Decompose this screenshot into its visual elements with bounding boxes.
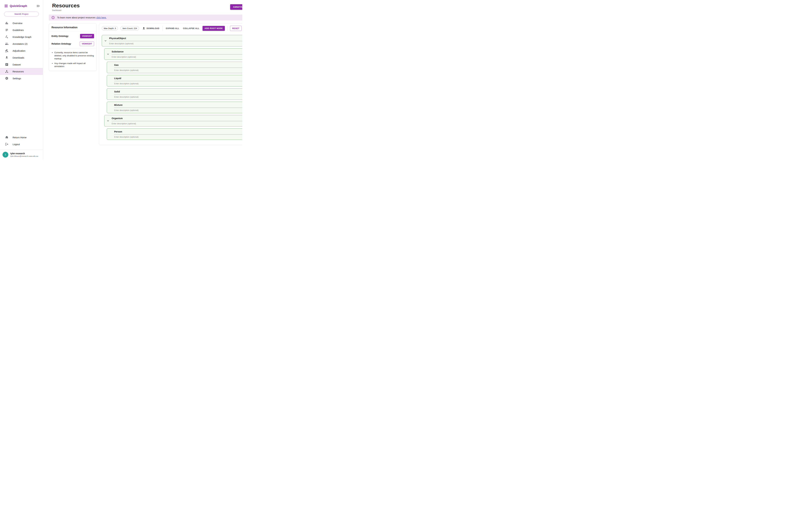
banner-message: To learn more about project resources xyxy=(57,16,96,19)
node-body xyxy=(109,35,242,46)
add-root-node-button[interactable]: ADD ROOT NODE xyxy=(203,26,225,31)
ontology-rows: Entity Ontology VIEW/EDIT Relation Ontol… xyxy=(49,31,97,49)
sidebar-item-resources[interactable]: Resources xyxy=(0,68,43,75)
note-item: Any changes made will impact all annotat… xyxy=(54,62,94,68)
sidebar-collapse-button[interactable] xyxy=(36,4,40,8)
reset-button[interactable]: RESET xyxy=(230,26,242,31)
toolbar-right-group: RESET UPDATE xyxy=(227,26,242,31)
chevron-down-icon xyxy=(106,119,110,123)
node-name-input[interactable] xyxy=(111,50,242,54)
node-name-input[interactable] xyxy=(114,104,242,108)
entity-ontology-row: Entity Ontology VIEW/EDIT xyxy=(51,32,94,40)
tree-toolbar: Max Depth: 3 Item Count: 224 DOWNLOAD EX… xyxy=(102,26,242,31)
tree-node-mixture xyxy=(107,102,242,113)
columns: Resource Information Entity Ontology VIE… xyxy=(49,24,242,145)
info-icon xyxy=(51,16,55,19)
sidebar-item-logout[interactable]: Logout xyxy=(0,141,43,148)
sidebar-nav: OverviewGuidelinesKnowledge GraphAnnotat… xyxy=(0,20,43,82)
node-description-input[interactable] xyxy=(114,95,242,98)
sidebar: QuickGraph MaintIE Project OverviewGuide… xyxy=(0,0,43,160)
relation-ontology-row: Relation Ontology VIEW/EDIT xyxy=(51,40,94,48)
ontology-tree-panel: Max Depth: 3 Item Count: 224 DOWNLOAD EX… xyxy=(99,24,242,145)
node-name-input[interactable] xyxy=(114,63,242,68)
notes-icon xyxy=(5,28,8,32)
node-name-input[interactable] xyxy=(111,117,242,121)
node-description-input[interactable] xyxy=(114,108,242,111)
sidebar-item-label: Annotators (2) xyxy=(12,43,27,45)
node-description-input[interactable] xyxy=(114,68,242,72)
node-description-input[interactable] xyxy=(114,134,242,138)
collapse-all-button[interactable]: COLLAPSE ALL xyxy=(182,26,200,30)
content: To learn more about project resourcescli… xyxy=(43,11,242,149)
node-collapse-button[interactable] xyxy=(106,118,110,123)
node-name-input[interactable] xyxy=(114,130,242,134)
node-gutter xyxy=(104,52,111,56)
sidebar-item-settings[interactable]: Settings xyxy=(0,75,43,82)
chevron-down-icon xyxy=(104,39,107,43)
node-description-input[interactable] xyxy=(114,81,242,85)
sidebar-item-annotators-2[interactable]: Annotators (2) xyxy=(0,40,43,47)
sidebar-item-label: Downloads xyxy=(12,56,24,59)
apps-grid-icon xyxy=(4,4,8,8)
sidebar-item-dataset[interactable]: Dataset xyxy=(0,61,43,68)
relation-ontology-label: Relation Ontology xyxy=(51,43,71,45)
sidebar-header: QuickGraph xyxy=(0,0,43,10)
node-description-input[interactable] xyxy=(109,41,242,45)
sidebar-item-overview[interactable]: Overview xyxy=(0,20,43,27)
info-banner: To learn more about project resourcescli… xyxy=(49,15,242,21)
sidebar-item-label: Knowledge Graph xyxy=(12,36,31,38)
breadcrumb: Dashboard xyxy=(52,9,80,11)
sidebar-item-knowledge-graph[interactable]: Knowledge Graph xyxy=(0,33,43,40)
max-depth-chip: Max Depth: 3 xyxy=(102,26,118,30)
tree-node-person xyxy=(107,128,242,140)
node-gutter xyxy=(104,118,111,123)
project-selector-button[interactable]: MaintIE Project xyxy=(4,11,39,17)
node-gutter xyxy=(102,38,109,43)
node-collapse-button[interactable] xyxy=(103,38,108,43)
node-body xyxy=(114,102,242,113)
ontology-tree xyxy=(102,35,242,140)
entity-ontology-label: Entity Ontology xyxy=(51,35,69,37)
sidebar-item-adjudication[interactable]: Adjudication xyxy=(0,47,43,54)
download-icon xyxy=(142,27,145,30)
sidebar-item-label: Dataset xyxy=(12,63,21,66)
node-description-input[interactable] xyxy=(111,121,242,125)
node-name-input[interactable] xyxy=(114,77,242,81)
page-header: Resources Dashboard ANNOTATE xyxy=(43,0,242,11)
node-name-input[interactable] xyxy=(109,37,242,41)
sidebar-item-guidelines[interactable]: Guidelines xyxy=(0,27,43,33)
entity-ontology-viewedit-button[interactable]: VIEW/EDIT xyxy=(80,34,94,38)
note-item: Currently, resource items cannot be dele… xyxy=(54,51,94,60)
tree-node-liquid xyxy=(107,75,242,86)
sidebar-item-downloads[interactable]: Downloads xyxy=(0,54,43,61)
download-button[interactable]: DOWNLOAD xyxy=(142,26,160,31)
header-actions: ANNOTATE xyxy=(230,4,242,10)
sidebar-item-label: Resources xyxy=(12,70,24,73)
logout-icon xyxy=(5,142,8,146)
tree-node-organism xyxy=(104,115,242,127)
relation-ontology-viewedit-button[interactable]: VIEW/EDIT xyxy=(80,42,94,46)
annotate-button[interactable]: ANNOTATE xyxy=(230,4,242,10)
download-label: DOWNLOAD xyxy=(147,27,159,29)
node-name-input[interactable] xyxy=(114,90,242,95)
node-description-input[interactable] xyxy=(111,54,242,58)
sidebar-item-label: Return Home xyxy=(12,136,27,139)
expand-all-button[interactable]: EXPAND ALL xyxy=(165,26,180,30)
node-body xyxy=(114,75,242,86)
sidebar-item-label: Overview xyxy=(12,22,22,25)
node-body xyxy=(111,49,242,60)
scatter-plot-icon xyxy=(5,35,8,38)
sidebar-item-label: Guidelines xyxy=(12,29,24,31)
article-icon xyxy=(5,63,8,66)
resource-notes: Currently, resource items cannot be dele… xyxy=(49,49,97,71)
tree-node-solid xyxy=(107,88,242,100)
avatar: t xyxy=(2,152,8,158)
app-logo: QuickGraph xyxy=(10,4,27,8)
sidebar-item-label: Adjudication xyxy=(12,49,25,52)
banner-link[interactable]: click here. xyxy=(96,16,106,19)
node-collapse-button[interactable] xyxy=(106,52,110,56)
node-body xyxy=(114,129,242,140)
app-root: QuickGraph MaintIE Project OverviewGuide… xyxy=(0,0,242,160)
sidebar-item-return-home[interactable]: Return Home xyxy=(0,134,43,141)
banner-text: To learn more about project resourcescli… xyxy=(57,16,107,19)
